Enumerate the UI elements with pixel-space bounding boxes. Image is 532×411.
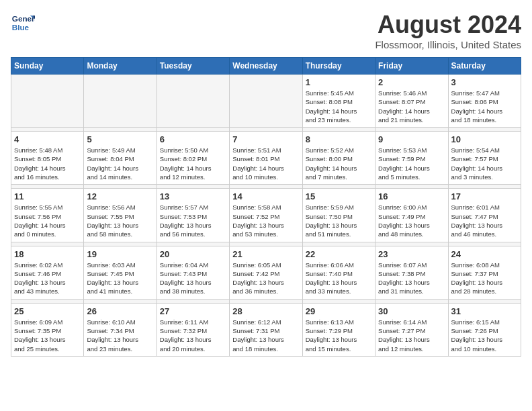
calendar-week-row: 11Sunrise: 5:55 AM Sunset: 7:56 PM Dayli… xyxy=(11,189,521,242)
calendar-day-cell: 2Sunrise: 5:46 AM Sunset: 8:07 PM Daylig… xyxy=(375,75,448,128)
day-number: 16 xyxy=(378,191,445,201)
day-number: 20 xyxy=(160,249,226,259)
day-info: Sunrise: 5:50 AM Sunset: 8:02 PM Dayligh… xyxy=(160,146,226,181)
calendar-day-cell xyxy=(11,75,84,128)
calendar-day-cell: 10Sunrise: 5:54 AM Sunset: 7:57 PM Dayli… xyxy=(448,132,521,185)
calendar-day-cell: 29Sunrise: 6:13 AM Sunset: 7:29 PM Dayli… xyxy=(302,303,375,356)
calendar-day-cell: 25Sunrise: 6:09 AM Sunset: 7:35 PM Dayli… xyxy=(11,303,84,356)
calendar-header-row: SundayMondayTuesdayWednesdayThursdayFrid… xyxy=(11,58,521,75)
calendar-day-cell: 23Sunrise: 6:07 AM Sunset: 7:38 PM Dayli… xyxy=(375,246,448,299)
day-number: 22 xyxy=(306,249,372,259)
day-number: 10 xyxy=(451,134,518,144)
day-number: 24 xyxy=(451,249,518,259)
day-info: Sunrise: 6:03 AM Sunset: 7:45 PM Dayligh… xyxy=(87,261,153,296)
day-info: Sunrise: 6:10 AM Sunset: 7:34 PM Dayligh… xyxy=(87,318,153,353)
calendar-day-cell: 30Sunrise: 6:14 AM Sunset: 7:27 PM Dayli… xyxy=(375,303,448,356)
day-info: Sunrise: 6:04 AM Sunset: 7:43 PM Dayligh… xyxy=(160,261,226,296)
calendar-day-header: Thursday xyxy=(302,58,375,75)
calendar-day-cell xyxy=(84,75,157,128)
day-info: Sunrise: 6:12 AM Sunset: 7:31 PM Dayligh… xyxy=(232,318,299,353)
calendar-week-row: 25Sunrise: 6:09 AM Sunset: 7:35 PM Dayli… xyxy=(11,303,521,356)
day-number: 8 xyxy=(306,134,372,144)
title-block: August 2024 Flossmoor, Illinois, United … xyxy=(375,11,521,50)
day-info: Sunrise: 5:58 AM Sunset: 7:52 PM Dayligh… xyxy=(232,203,299,238)
day-info: Sunrise: 6:11 AM Sunset: 7:32 PM Dayligh… xyxy=(160,318,226,353)
calendar-day-cell: 6Sunrise: 5:50 AM Sunset: 8:02 PM Daylig… xyxy=(157,132,229,185)
day-number: 9 xyxy=(378,134,445,144)
calendar-day-header: Monday xyxy=(84,58,157,75)
calendar-day-cell: 20Sunrise: 6:04 AM Sunset: 7:43 PM Dayli… xyxy=(157,246,229,299)
calendar-day-header: Wednesday xyxy=(230,58,302,75)
calendar-table: SundayMondayTuesdayWednesdayThursdayFrid… xyxy=(11,57,521,357)
day-number: 7 xyxy=(232,134,299,144)
day-info: Sunrise: 6:06 AM Sunset: 7:40 PM Dayligh… xyxy=(306,261,372,296)
calendar-day-cell: 16Sunrise: 6:00 AM Sunset: 7:49 PM Dayli… xyxy=(375,189,448,242)
calendar-day-cell: 27Sunrise: 6:11 AM Sunset: 7:32 PM Dayli… xyxy=(157,303,229,356)
day-info: Sunrise: 5:55 AM Sunset: 7:56 PM Dayligh… xyxy=(14,203,81,238)
calendar-day-cell: 12Sunrise: 5:56 AM Sunset: 7:55 PM Dayli… xyxy=(84,189,157,242)
day-number: 30 xyxy=(378,306,445,316)
day-info: Sunrise: 5:54 AM Sunset: 7:57 PM Dayligh… xyxy=(451,146,518,181)
day-number: 5 xyxy=(87,134,153,144)
day-info: Sunrise: 5:45 AM Sunset: 8:08 PM Dayligh… xyxy=(306,89,372,124)
day-info: Sunrise: 6:05 AM Sunset: 7:42 PM Dayligh… xyxy=(232,261,299,296)
day-number: 2 xyxy=(378,77,445,87)
day-info: Sunrise: 6:14 AM Sunset: 7:27 PM Dayligh… xyxy=(378,318,445,353)
calendar-day-cell: 7Sunrise: 5:51 AM Sunset: 8:01 PM Daylig… xyxy=(230,132,302,185)
day-info: Sunrise: 6:00 AM Sunset: 7:49 PM Dayligh… xyxy=(378,203,445,238)
day-number: 13 xyxy=(160,191,226,201)
month-title: August 2024 xyxy=(375,11,521,39)
calendar-day-header: Tuesday xyxy=(157,58,229,75)
calendar-day-cell: 21Sunrise: 6:05 AM Sunset: 7:42 PM Dayli… xyxy=(230,246,302,299)
day-number: 29 xyxy=(306,306,372,316)
day-number: 6 xyxy=(160,134,226,144)
calendar-day-cell: 26Sunrise: 6:10 AM Sunset: 7:34 PM Dayli… xyxy=(84,303,157,356)
calendar-day-cell: 24Sunrise: 6:08 AM Sunset: 7:37 PM Dayli… xyxy=(448,246,521,299)
calendar-day-cell: 13Sunrise: 5:57 AM Sunset: 7:53 PM Dayli… xyxy=(157,189,229,242)
day-info: Sunrise: 6:01 AM Sunset: 7:47 PM Dayligh… xyxy=(451,203,518,238)
day-number: 23 xyxy=(378,249,445,259)
day-info: Sunrise: 5:59 AM Sunset: 7:50 PM Dayligh… xyxy=(306,203,372,238)
day-number: 25 xyxy=(14,306,81,316)
calendar-day-cell: 9Sunrise: 5:53 AM Sunset: 7:59 PM Daylig… xyxy=(375,132,448,185)
calendar-day-cell: 1Sunrise: 5:45 AM Sunset: 8:08 PM Daylig… xyxy=(302,75,375,128)
day-info: Sunrise: 5:51 AM Sunset: 8:01 PM Dayligh… xyxy=(232,146,299,181)
day-number: 1 xyxy=(306,77,372,87)
calendar-day-cell: 4Sunrise: 5:48 AM Sunset: 8:05 PM Daylig… xyxy=(11,132,84,185)
day-number: 28 xyxy=(232,306,299,316)
day-info: Sunrise: 5:57 AM Sunset: 7:53 PM Dayligh… xyxy=(160,203,226,238)
day-info: Sunrise: 5:53 AM Sunset: 7:59 PM Dayligh… xyxy=(378,146,445,181)
calendar-week-row: 4Sunrise: 5:48 AM Sunset: 8:05 PM Daylig… xyxy=(11,132,521,185)
calendar-day-header: Saturday xyxy=(448,58,521,75)
day-info: Sunrise: 6:07 AM Sunset: 7:38 PM Dayligh… xyxy=(378,261,445,296)
calendar-day-cell: 22Sunrise: 6:06 AM Sunset: 7:40 PM Dayli… xyxy=(302,246,375,299)
calendar-day-cell: 3Sunrise: 5:47 AM Sunset: 8:06 PM Daylig… xyxy=(448,75,521,128)
svg-text:General: General xyxy=(12,14,35,23)
day-number: 31 xyxy=(451,306,518,316)
calendar-day-cell xyxy=(157,75,229,128)
day-number: 11 xyxy=(14,191,81,201)
day-number: 21 xyxy=(232,249,299,259)
day-info: Sunrise: 5:46 AM Sunset: 8:07 PM Dayligh… xyxy=(378,89,445,124)
calendar-week-row: 1Sunrise: 5:45 AM Sunset: 8:08 PM Daylig… xyxy=(11,75,521,128)
calendar-day-cell: 17Sunrise: 6:01 AM Sunset: 7:47 PM Dayli… xyxy=(448,189,521,242)
day-number: 15 xyxy=(306,191,372,201)
day-info: Sunrise: 6:15 AM Sunset: 7:26 PM Dayligh… xyxy=(451,318,518,353)
svg-text:Blue: Blue xyxy=(12,23,30,32)
calendar-day-header: Friday xyxy=(375,58,448,75)
day-info: Sunrise: 5:48 AM Sunset: 8:05 PM Dayligh… xyxy=(14,146,81,181)
calendar-day-cell: 11Sunrise: 5:55 AM Sunset: 7:56 PM Dayli… xyxy=(11,189,84,242)
day-number: 17 xyxy=(451,191,518,201)
day-info: Sunrise: 6:08 AM Sunset: 7:37 PM Dayligh… xyxy=(451,261,518,296)
calendar-day-cell xyxy=(230,75,302,128)
logo: General Blue xyxy=(11,11,35,35)
calendar-day-cell: 5Sunrise: 5:49 AM Sunset: 8:04 PM Daylig… xyxy=(84,132,157,185)
calendar-day-cell: 14Sunrise: 5:58 AM Sunset: 7:52 PM Dayli… xyxy=(230,189,302,242)
day-number: 3 xyxy=(451,77,518,87)
location-title: Flossmoor, Illinois, United States xyxy=(375,39,521,50)
day-info: Sunrise: 5:49 AM Sunset: 8:04 PM Dayligh… xyxy=(87,146,153,181)
calendar-day-cell: 28Sunrise: 6:12 AM Sunset: 7:31 PM Dayli… xyxy=(230,303,302,356)
day-info: Sunrise: 6:09 AM Sunset: 7:35 PM Dayligh… xyxy=(14,318,81,353)
day-number: 14 xyxy=(232,191,299,201)
logo-icon: General Blue xyxy=(11,11,35,35)
